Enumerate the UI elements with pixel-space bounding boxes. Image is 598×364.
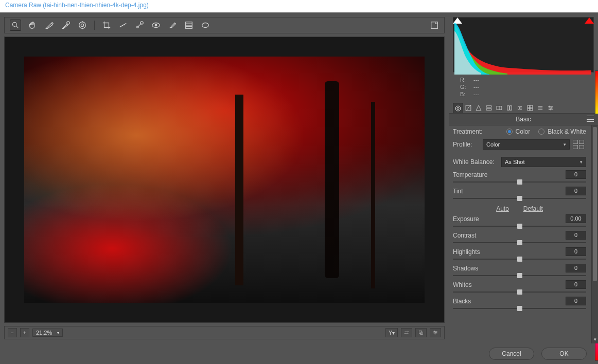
tab-effects[interactable] — [515, 103, 525, 113]
app-frame: − + 21.2% ▾ Y▾ — [0, 12, 598, 364]
white-balance-tool-icon[interactable] — [45, 21, 54, 30]
graduated-filter-tool-icon[interactable] — [184, 21, 194, 30]
tint-value[interactable]: 0 — [566, 187, 586, 195]
chevron-down-icon: ▾ — [564, 142, 566, 147]
tab-presets[interactable] — [535, 103, 546, 113]
targeted-adjustment-tool-icon[interactable] — [78, 21, 87, 30]
tab-calibration[interactable] — [525, 103, 535, 113]
swap-before-after-button[interactable] — [401, 328, 412, 337]
whites-track[interactable] — [453, 289, 586, 295]
svg-point-10 — [155, 24, 157, 26]
exposure-label: Exposure — [453, 215, 479, 223]
tab-hsl[interactable] — [484, 103, 494, 113]
radial-filter-tool-icon[interactable] — [201, 21, 210, 30]
tint-track[interactable] — [453, 196, 586, 201]
preview-bottom-bar: − + 21.2% ▾ Y▾ — [4, 326, 445, 339]
default-link[interactable]: Default — [523, 205, 543, 212]
color-sampler-tool-icon[interactable] — [61, 21, 71, 30]
exposure-slider: Exposure0.00 — [453, 214, 594, 229]
svg-line-1 — [16, 26, 19, 28]
scroll-down-icon[interactable]: ▾ — [593, 337, 597, 343]
separator-icon — [94, 21, 95, 30]
straighten-tool-icon[interactable] — [118, 21, 128, 30]
blacks-value[interactable]: 0 — [566, 297, 586, 305]
highlights-value[interactable]: 0 — [566, 247, 586, 256]
preferences-icon[interactable] — [430, 21, 439, 30]
profile-browser-icon[interactable] — [573, 139, 586, 150]
temperature-track[interactable] — [453, 179, 586, 185]
cancel-button[interactable]: Cancel — [489, 348, 534, 360]
tab-tone-curve[interactable] — [463, 103, 473, 113]
before-after-toggle[interactable]: Y▾ — [385, 328, 398, 337]
tab-detail[interactable] — [473, 103, 484, 113]
treatment-row: Treatment: Color Black & White — [453, 128, 594, 135]
toggle-default-settings-button[interactable] — [430, 328, 441, 337]
svg-point-26 — [457, 107, 459, 109]
svg-point-0 — [12, 22, 16, 26]
tab-lens-corrections[interactable] — [504, 103, 515, 113]
zoom-out-button[interactable]: − — [8, 328, 17, 337]
right-panel: R:--- G:--- B:--- Basic — [449, 13, 598, 343]
zoom-level-select[interactable]: 21.2% ▾ — [32, 329, 63, 337]
copy-settings-button[interactable] — [415, 328, 427, 337]
basic-panel: ▾ Treatment: Color Black & White Profile… — [449, 125, 598, 343]
shadows-value[interactable]: 0 — [566, 264, 586, 272]
highlights-slider: Highlights0 — [453, 247, 594, 262]
tab-basic[interactable] — [453, 103, 463, 113]
zoom-tool-icon[interactable] — [10, 20, 21, 31]
tint-slider: Tint0 — [453, 187, 594, 201]
hand-tool-icon[interactable] — [28, 21, 38, 30]
treatment-color-radio[interactable] — [506, 129, 513, 135]
histogram[interactable] — [453, 17, 594, 72]
auto-link[interactable]: Auto — [496, 205, 509, 212]
auto-default-row: Auto Default — [453, 205, 594, 212]
panel-tabstrip — [449, 101, 598, 114]
white-balance-label: White Balance: — [453, 158, 498, 166]
white-balance-select[interactable]: As Shot ▾ — [501, 157, 586, 167]
toolbar — [4, 17, 445, 33]
shadows-track[interactable] — [453, 273, 586, 278]
crop-tool-icon[interactable] — [102, 21, 111, 30]
chevron-down-icon: ▾ — [580, 159, 583, 165]
zoom-in-button[interactable]: + — [20, 328, 29, 337]
scrollbar-thumb[interactable] — [593, 127, 597, 281]
main-row: − + 21.2% ▾ Y▾ — [0, 13, 598, 343]
svg-point-4 — [79, 22, 86, 29]
spot-removal-tool-icon[interactable] — [135, 21, 144, 30]
svg-point-25 — [455, 106, 461, 111]
blacks-label: Blacks — [453, 298, 471, 305]
b-value: --- — [473, 91, 479, 97]
shadows-label: Shadows — [453, 265, 478, 272]
whites-value[interactable]: 0 — [566, 280, 586, 289]
treatment-color-label: Color — [516, 128, 531, 135]
tab-split-toning[interactable] — [494, 103, 504, 113]
temperature-label: Temperature — [453, 171, 487, 178]
image-preview[interactable] — [4, 37, 445, 323]
exposure-track[interactable] — [453, 224, 586, 229]
chevron-down-icon: ▾ — [57, 331, 59, 335]
ok-button[interactable]: OK — [541, 348, 587, 360]
profile-select[interactable]: Color ▾ — [483, 139, 570, 150]
shadows-slider: Shadows0 — [453, 264, 594, 278]
panel-title-bar: Basic — [449, 114, 598, 125]
contrast-track[interactable] — [453, 240, 586, 245]
panel-scrollbar[interactable]: ▾ — [591, 125, 598, 343]
red-eye-tool-icon[interactable] — [151, 21, 161, 30]
contrast-value[interactable]: 0 — [566, 231, 586, 240]
tab-snapshots[interactable] — [546, 103, 556, 113]
adjustment-brush-tool-icon[interactable] — [168, 21, 177, 30]
g-value: --- — [473, 84, 479, 90]
blacks-track[interactable] — [453, 306, 586, 311]
r-label: R: — [460, 77, 467, 83]
panel-menu-icon[interactable] — [587, 116, 594, 122]
exposure-value[interactable]: 0.00 — [566, 214, 586, 223]
profile-row: Profile: Color ▾ — [453, 139, 594, 150]
highlights-label: Highlights — [453, 248, 480, 256]
dialog-footer: Cancel OK — [0, 343, 598, 364]
title-bar: Camera Raw (tai-hinh-nen-thien-nhien-4k-… — [0, 0, 598, 12]
highlights-track[interactable] — [453, 257, 586, 262]
treatment-bw-radio[interactable] — [538, 129, 544, 135]
temperature-value[interactable]: 0 — [566, 170, 586, 179]
temperature-slider: Temperature0 — [453, 170, 594, 185]
svg-rect-29 — [486, 108, 491, 110]
